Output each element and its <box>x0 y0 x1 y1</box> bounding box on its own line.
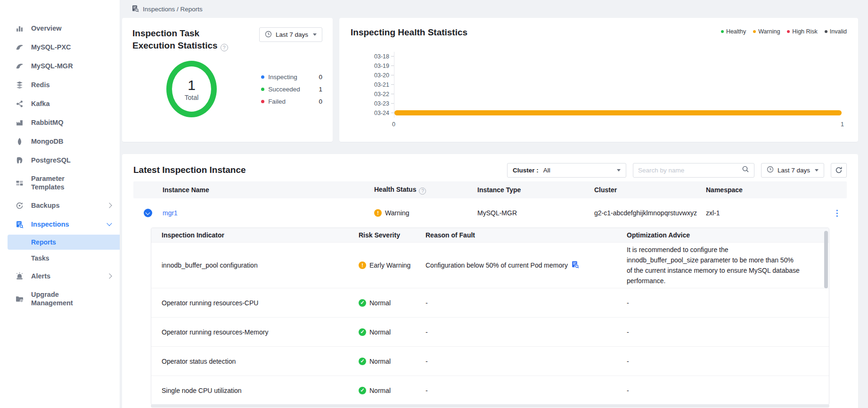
severity-text: Normal <box>369 358 391 365</box>
x-axis-min: 0 <box>392 121 395 128</box>
report-detail-icon[interactable] <box>571 261 579 270</box>
date-range-select[interactable]: Last 7 days <box>761 163 824 178</box>
search-input[interactable] <box>638 167 742 174</box>
sidebar-item-rabbitmq[interactable]: RabbitMQ <box>0 113 120 132</box>
horizontal-scrollbar[interactable] <box>151 404 829 408</box>
legend-item-invalid[interactable]: Invalid <box>825 28 847 35</box>
legend-item-healthy[interactable]: Healthy <box>721 28 746 35</box>
advice-cell: - <box>627 299 829 307</box>
vertical-scrollbar[interactable] <box>824 231 828 288</box>
breadcrumb: Inspections / Reports <box>122 0 858 18</box>
detail-row[interactable]: Operator running resources-CPU ✓Normal -… <box>151 288 829 317</box>
health-stats-title: Inspecting Health Statistics <box>351 26 467 39</box>
legend-item-high-risk[interactable]: High Risk <box>787 28 818 35</box>
health-status-text: Warning <box>385 209 409 217</box>
latest-inspection-title: Latest Inspection Instance <box>133 164 246 176</box>
y-axis-label: 03-19 <box>365 63 389 69</box>
sidebar-item-postgresql[interactable]: PostgreSQL <box>0 151 120 170</box>
normal-check-icon: ✓ <box>359 358 366 365</box>
sidebar-item-mysql-pxc[interactable]: MySQL-PXC <box>0 38 120 57</box>
latest-inspection-card: Latest Inspection Instance Cluster : All… <box>122 154 858 408</box>
date-range-select[interactable]: Last 7 days <box>259 27 322 42</box>
sidebar-item-mysql-mgr[interactable]: MySQL-MGR <box>0 57 120 75</box>
column-optimization-advice: Optimization Advice <box>627 231 829 239</box>
indicator-cell: innodb_buffer_pool configuration <box>151 261 359 269</box>
legend-item-inspecting[interactable]: Inspecting 0 <box>261 73 322 81</box>
collapse-row-button[interactable] <box>144 209 152 217</box>
warning-bar[interactable] <box>394 110 842 115</box>
detail-row[interactable]: Operator status detection ✓Normal - - <box>151 346 829 375</box>
sidebar-item-tasks[interactable]: Tasks <box>8 251 120 266</box>
sidebar-item-overview[interactable]: Overview <box>0 19 120 38</box>
column-reason-of-fault: Reason of Fault <box>426 231 627 239</box>
sidebar-item-label: PostgreSQL <box>31 156 71 164</box>
sidebar-item-upgrade-management[interactable]: Upgrade Management <box>0 286 120 312</box>
sidebar-item-inspections[interactable]: Inspections <box>0 215 120 234</box>
reason-cell: - <box>426 328 627 336</box>
detail-row[interactable]: innodb_buffer_pool configuration !Early … <box>151 243 829 288</box>
normal-check-icon: ✓ <box>359 387 366 394</box>
table-row[interactable]: mgr1 !Warning MySQL-MGR g2-c1-abcdefghij… <box>133 198 847 228</box>
health-legend: Healthy Warning High Risk Invalid <box>721 28 847 35</box>
inspection-detail-panel: Inspection Indicator Risk Severity Reaso… <box>151 228 829 405</box>
task-stats-title: Inspection Task Execution Statistics <box>132 28 218 50</box>
sidebar-item-alerts[interactable]: Alerts <box>0 267 120 286</box>
sidebar-item-mongodb[interactable]: MongoDB <box>0 132 120 151</box>
dolphin-icon <box>15 62 24 70</box>
bar-track <box>394 108 844 118</box>
sidebar-item-parameter-templates[interactable]: Parameter Templates <box>0 170 120 196</box>
search-box[interactable] <box>633 163 754 178</box>
cluster-cell: g2-c1-abcdefghijklmnopqrstuvwxyz <box>594 209 706 217</box>
help-icon[interactable]: ? <box>221 44 228 51</box>
y-axis-label: 03-24 <box>365 110 389 116</box>
sidebar-item-reports[interactable]: Reports <box>8 235 120 250</box>
column-namespace: Namespace <box>706 186 827 194</box>
legend-label: Succeeded <box>268 86 300 93</box>
sidebar-item-backups[interactable]: Backups <box>0 196 120 215</box>
clock-icon <box>265 31 272 39</box>
reason-cell: - <box>426 358 627 365</box>
sidebar-item-label: Overview <box>31 24 62 33</box>
bar-track <box>394 61 844 71</box>
sidebar-item-label: MySQL-MGR <box>31 62 73 70</box>
y-axis-label: 03-23 <box>365 100 389 107</box>
legend-item-warning[interactable]: Warning <box>753 28 780 35</box>
legend-item-failed[interactable]: Failed 0 <box>261 98 322 105</box>
instance-name-link[interactable]: mgr1 <box>163 209 374 217</box>
advice-cell: - <box>627 387 829 394</box>
sidebar: Overview MySQL-PXC MySQL-MGR Redis Kafka… <box>0 0 120 408</box>
caret-down-icon <box>617 169 621 171</box>
column-risk-severity: Risk Severity <box>359 231 426 239</box>
health-bar-chart: 03-18 03-19 03-20 03-21 03-22 03-23 03-2… <box>365 52 844 128</box>
inspection-report-icon <box>15 220 24 228</box>
table-header: Instance Name Health Status? Instance Ty… <box>133 181 847 198</box>
sidebar-item-kafka[interactable]: Kafka <box>0 94 120 113</box>
namespace-cell: zxl-1 <box>706 209 827 217</box>
chevron-down-icon <box>106 220 112 226</box>
reason-cell: Configuration below 50% of current Pod m… <box>426 261 627 270</box>
search-icon[interactable] <box>742 165 749 175</box>
help-icon[interactable]: ? <box>419 188 426 195</box>
severity-text: Normal <box>369 387 391 394</box>
reason-cell: - <box>426 387 627 394</box>
refresh-button[interactable] <box>831 163 847 178</box>
cluster-select[interactable]: Cluster : All <box>507 163 626 178</box>
column-instance-name: Instance Name <box>163 186 374 194</box>
inspection-report-icon <box>131 5 139 14</box>
detail-row[interactable]: Operator running resources-Memory ✓Norma… <box>151 317 829 346</box>
row-actions-menu[interactable]: ⋮ <box>833 208 841 218</box>
column-health-status: Health Status? <box>374 186 477 195</box>
sidebar-item-redis[interactable]: Redis <box>0 75 120 94</box>
health-statistics-card: Inspecting Health Statistics Healthy War… <box>339 18 858 142</box>
x-axis: 0 1 <box>392 121 844 128</box>
bar-track <box>394 80 844 90</box>
donut-chart: 1 Total <box>166 61 217 117</box>
legend-dot <box>261 88 264 91</box>
legend-item-succeeded[interactable]: Succeeded 1 <box>261 86 322 93</box>
legend-dot <box>753 30 756 33</box>
refresh-icon <box>835 166 843 174</box>
detail-row[interactable]: Single node CPU utilization ✓Normal - - <box>151 375 829 405</box>
bar-chart-icon <box>15 24 24 33</box>
sidebar-item-label: Kafka <box>31 99 50 108</box>
early-warning-icon: ! <box>359 261 366 269</box>
